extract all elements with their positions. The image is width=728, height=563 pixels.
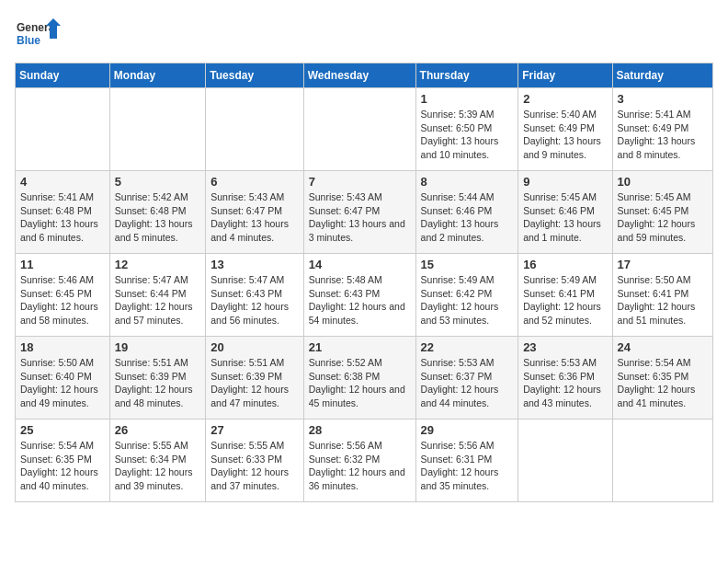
day-number: 26 [115,423,200,437]
calendar-cell [16,88,110,171]
calendar-cell [303,88,415,171]
day-number: 29 [421,423,514,437]
day-info: Sunrise: 5:41 AM Sunset: 6:48 PM Dayligh… [20,190,105,245]
day-number: 4 [20,175,105,189]
day-info: Sunrise: 5:53 AM Sunset: 6:37 PM Dayligh… [421,356,514,410]
day-info: Sunrise: 5:56 AM Sunset: 6:32 PM Dayligh… [309,439,411,493]
calendar-cell: 23Sunrise: 5:53 AM Sunset: 6:36 PM Dayli… [518,337,612,419]
day-number: 3 [618,92,708,106]
day-number: 19 [115,340,200,354]
day-number: 6 [210,175,298,189]
weekday-header-sunday: Sunday [16,63,110,88]
calendar-cell: 29Sunrise: 5:56 AM Sunset: 6:31 PM Dayli… [415,419,518,502]
day-info: Sunrise: 5:39 AM Sunset: 6:50 PM Dayligh… [421,108,514,162]
calendar-cell [612,419,712,502]
day-number: 28 [309,423,411,437]
calendar-body: 1Sunrise: 5:39 AM Sunset: 6:50 PM Daylig… [16,88,713,502]
calendar-cell: 13Sunrise: 5:47 AM Sunset: 6:43 PM Dayli… [206,254,303,337]
day-number: 10 [618,175,708,189]
calendar-cell: 15Sunrise: 5:49 AM Sunset: 6:42 PM Dayli… [415,254,518,337]
day-info: Sunrise: 5:43 AM Sunset: 6:47 PM Dayligh… [210,190,298,245]
day-info: Sunrise: 5:55 AM Sunset: 6:34 PM Dayligh… [115,439,200,493]
day-info: Sunrise: 5:51 AM Sunset: 6:39 PM Dayligh… [210,356,298,410]
day-number: 18 [20,340,105,354]
calendar-cell [518,419,612,502]
day-number: 16 [523,258,607,271]
weekday-header-monday: Monday [109,63,205,88]
weekday-header-friday: Friday [518,63,612,88]
calendar-week-row: 1Sunrise: 5:39 AM Sunset: 6:50 PM Daylig… [16,88,713,171]
day-number: 17 [618,258,708,271]
day-number: 5 [115,175,200,189]
weekday-header-saturday: Saturday [612,63,712,88]
page-header: General Blue [15,15,713,52]
calendar-cell: 5Sunrise: 5:42 AM Sunset: 6:48 PM Daylig… [109,171,205,254]
day-info: Sunrise: 5:54 AM Sunset: 6:35 PM Dayligh… [20,439,105,493]
day-info: Sunrise: 5:50 AM Sunset: 6:41 PM Dayligh… [618,273,708,327]
day-info: Sunrise: 5:46 AM Sunset: 6:45 PM Dayligh… [20,273,105,327]
day-info: Sunrise: 5:49 AM Sunset: 6:42 PM Dayligh… [421,273,514,327]
calendar-cell: 6Sunrise: 5:43 AM Sunset: 6:47 PM Daylig… [206,171,303,254]
day-number: 24 [618,340,708,354]
day-number: 15 [421,258,514,271]
calendar-week-row: 25Sunrise: 5:54 AM Sunset: 6:35 PM Dayli… [16,419,713,502]
calendar-cell: 25Sunrise: 5:54 AM Sunset: 6:35 PM Dayli… [16,419,110,502]
day-info: Sunrise: 5:47 AM Sunset: 6:44 PM Dayligh… [115,273,200,327]
day-number: 27 [210,423,298,437]
calendar-week-row: 11Sunrise: 5:46 AM Sunset: 6:45 PM Dayli… [16,254,713,337]
day-info: Sunrise: 5:44 AM Sunset: 6:46 PM Dayligh… [421,190,514,245]
logo: General Blue [15,15,61,52]
calendar-cell [206,88,303,171]
calendar-cell: 17Sunrise: 5:50 AM Sunset: 6:41 PM Dayli… [612,254,712,337]
day-number: 7 [309,175,411,189]
calendar-cell: 10Sunrise: 5:45 AM Sunset: 6:45 PM Dayli… [612,171,712,254]
calendar-cell: 7Sunrise: 5:43 AM Sunset: 6:47 PM Daylig… [303,171,415,254]
calendar-cell: 28Sunrise: 5:56 AM Sunset: 6:32 PM Dayli… [303,419,415,502]
weekday-header-wednesday: Wednesday [303,63,415,88]
calendar-week-row: 4Sunrise: 5:41 AM Sunset: 6:48 PM Daylig… [16,171,713,254]
day-info: Sunrise: 5:55 AM Sunset: 6:33 PM Dayligh… [210,439,298,493]
calendar-cell: 4Sunrise: 5:41 AM Sunset: 6:48 PM Daylig… [16,171,110,254]
logo-svg: General Blue [15,15,61,52]
calendar-cell: 22Sunrise: 5:53 AM Sunset: 6:37 PM Dayli… [415,337,518,419]
calendar-week-row: 18Sunrise: 5:50 AM Sunset: 6:40 PM Dayli… [16,337,713,419]
day-number: 14 [309,258,411,271]
calendar-cell: 8Sunrise: 5:44 AM Sunset: 6:46 PM Daylig… [415,171,518,254]
calendar-cell: 9Sunrise: 5:45 AM Sunset: 6:46 PM Daylig… [518,171,612,254]
calendar-table: SundayMondayTuesdayWednesdayThursdayFrid… [15,63,713,502]
day-number: 2 [523,92,607,106]
day-info: Sunrise: 5:52 AM Sunset: 6:38 PM Dayligh… [309,356,411,410]
day-number: 25 [20,423,105,437]
weekday-header-tuesday: Tuesday [206,63,303,88]
day-info: Sunrise: 5:45 AM Sunset: 6:46 PM Dayligh… [523,190,607,245]
day-info: Sunrise: 5:51 AM Sunset: 6:39 PM Dayligh… [115,356,200,410]
day-number: 12 [115,258,200,271]
day-info: Sunrise: 5:43 AM Sunset: 6:47 PM Dayligh… [309,190,411,245]
calendar-cell: 21Sunrise: 5:52 AM Sunset: 6:38 PM Dayli… [303,337,415,419]
day-info: Sunrise: 5:50 AM Sunset: 6:40 PM Dayligh… [20,356,105,410]
calendar-cell: 16Sunrise: 5:49 AM Sunset: 6:41 PM Dayli… [518,254,612,337]
day-info: Sunrise: 5:45 AM Sunset: 6:45 PM Dayligh… [618,190,708,245]
calendar-cell: 14Sunrise: 5:48 AM Sunset: 6:43 PM Dayli… [303,254,415,337]
calendar-cell: 27Sunrise: 5:55 AM Sunset: 6:33 PM Dayli… [206,419,303,502]
calendar-cell: 1Sunrise: 5:39 AM Sunset: 6:50 PM Daylig… [415,88,518,171]
day-info: Sunrise: 5:41 AM Sunset: 6:49 PM Dayligh… [618,108,708,162]
calendar-cell: 3Sunrise: 5:41 AM Sunset: 6:49 PM Daylig… [612,88,712,171]
calendar-cell: 24Sunrise: 5:54 AM Sunset: 6:35 PM Dayli… [612,337,712,419]
weekday-header-thursday: Thursday [415,63,518,88]
calendar-cell: 20Sunrise: 5:51 AM Sunset: 6:39 PM Dayli… [206,337,303,419]
calendar-cell: 12Sunrise: 5:47 AM Sunset: 6:44 PM Dayli… [109,254,205,337]
day-number: 22 [421,340,514,354]
calendar-cell: 18Sunrise: 5:50 AM Sunset: 6:40 PM Dayli… [16,337,110,419]
day-info: Sunrise: 5:54 AM Sunset: 6:35 PM Dayligh… [618,356,708,410]
calendar-cell: 19Sunrise: 5:51 AM Sunset: 6:39 PM Dayli… [109,337,205,419]
day-number: 23 [523,340,607,354]
calendar-cell [109,88,205,171]
calendar-cell: 11Sunrise: 5:46 AM Sunset: 6:45 PM Dayli… [16,254,110,337]
svg-text:Blue: Blue [17,34,40,47]
day-number: 9 [523,175,607,189]
day-info: Sunrise: 5:56 AM Sunset: 6:31 PM Dayligh… [421,439,514,493]
day-info: Sunrise: 5:49 AM Sunset: 6:41 PM Dayligh… [523,273,607,327]
day-info: Sunrise: 5:48 AM Sunset: 6:43 PM Dayligh… [309,273,411,327]
day-number: 13 [210,258,298,271]
